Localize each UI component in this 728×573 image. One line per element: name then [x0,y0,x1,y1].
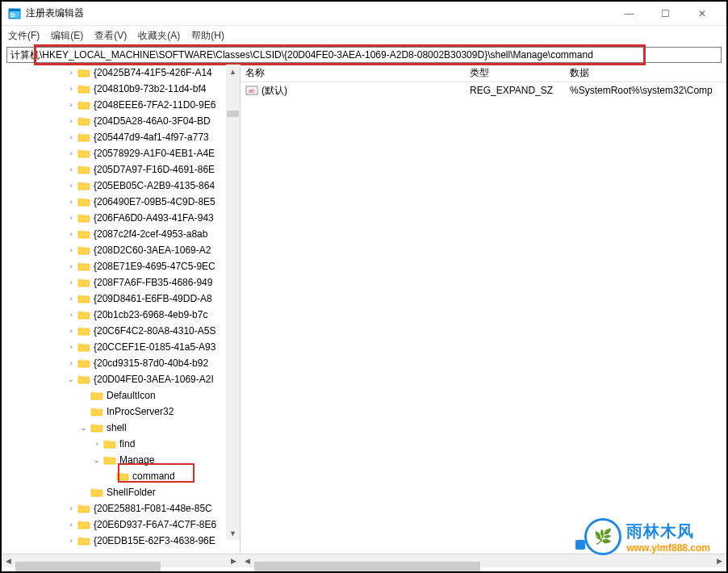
chevron-right-icon[interactable]: › [66,116,76,126]
tree-scrollbar-vertical[interactable]: ▲ ▼ [226,65,240,540]
tree-item[interactable]: ›{206490E7-09B5-4C9D-8E5 [2,194,240,210]
tree-item[interactable]: ›{204810b9-73b2-11d4-bf4 [2,81,240,97]
svg-rect-2 [10,13,14,14]
tree-item[interactable]: ›{20EDB15E-62F3-4638-96E [2,533,240,549]
tree-item-label: {20CCEF1E-0185-41a5-A93 [94,341,215,353]
chevron-down-icon[interactable]: ⌄ [66,374,76,384]
tree-item[interactable]: ›{208F7A6F-FB35-4686-949 [2,274,240,291]
chevron-right-icon[interactable]: › [66,261,76,271]
menu-view[interactable]: 查看(V) [94,29,127,43]
menu-favorites[interactable]: 收藏夹(A) [138,29,180,43]
close-button[interactable]: ✕ [684,2,720,26]
chevron-right-icon[interactable]: › [66,84,76,94]
tree-item[interactable]: ›{20CCEF1E-0185-41a5-A93 [2,339,240,355]
chevron-right-icon[interactable]: › [66,358,76,368]
tree-item[interactable]: ›{205447d9-4af1-4f97-a773 [2,129,240,145]
chevron-right-icon[interactable]: › [66,181,76,190]
chevron-right-icon[interactable]: › [66,68,76,77]
tree-item[interactable]: ›{208D2C60-3AEA-1069-A2 [2,242,240,258]
tree-item[interactable]: ⌄Manage [2,452,240,468]
tree-item[interactable]: ›{208E71E9-4695-47C5-9EC [2,258,240,274]
tree-scroll[interactable]: ›{20425B74-41F5-426F-A14›{204810b9-73b2-… [2,65,240,554]
chevron-right-icon[interactable]: › [66,326,76,336]
chevron-right-icon[interactable]: › [66,148,76,158]
tree-item[interactable]: ›{20578929-A1F0-4EB1-A4E [2,145,240,161]
tree-scrollbar-horizontal[interactable]: ◀ ▶ [2,554,241,567]
chevron-right-icon[interactable]: › [66,278,76,287]
tree-item[interactable]: ›{20E25881-F081-448e-85C [2,500,240,517]
tree-item[interactable]: ›{20C6F4C2-80A8-4310-A5S [2,323,240,339]
tree-item[interactable]: DefaultIcon [2,387,240,404]
chevron-right-icon[interactable]: › [66,294,76,303]
minimize-button[interactable]: — [611,2,647,26]
tree-item[interactable]: ›find [2,436,240,452]
scroll-track[interactable] [226,78,240,526]
tree-item-label: {20b1cb23-6968-4eb9-b7c [94,309,207,320]
tree-item[interactable]: ›{20b1cb23-6968-4eb9-b7c [2,307,240,323]
chevron-right-icon[interactable]: › [66,536,76,546]
scroll-thumb[interactable] [254,562,480,573]
tree-item[interactable]: ›{20E6D937-F6A7-4C7F-8E6 [2,517,240,533]
folder-icon [77,261,90,272]
chevron-right-icon[interactable]: › [66,213,76,223]
address-bar[interactable]: 计算机\HKEY_LOCAL_MACHINE\SOFTWARE\Classes\… [6,47,722,63]
list-row[interactable]: ab(默认)REG_EXPAND_SZ%SystemRoot%\system32… [241,82,726,98]
folder-icon [77,503,90,514]
tree-item[interactable]: ›{20425B74-41F5-426F-A14 [2,65,240,81]
watermark: 🌿 雨林木风 www.ylmf888.com [584,518,710,555]
chevron-right-icon[interactable]: › [66,132,76,142]
scroll-right-icon[interactable]: ▶ [227,554,241,568]
chevron-right-icon[interactable]: › [66,229,76,239]
tree-item[interactable]: ›{2048EEE6-7FA2-11D0-9E6 [2,97,240,113]
col-header-type[interactable]: 类型 [465,65,565,82]
col-header-name[interactable]: 名称 [241,65,465,82]
scroll-left-icon[interactable]: ◀ [241,554,254,568]
tree-item[interactable]: ›{205EB05C-A2B9-4135-864 [2,178,240,194]
chevron-right-icon[interactable]: › [66,165,76,174]
scroll-right-icon[interactable]: ▶ [713,554,726,568]
tree-item[interactable]: ›{209D8461-E6FB-49DD-A8 [2,291,240,307]
window-buttons: — ☐ ✕ [611,2,720,26]
tree-item[interactable]: ›{20cd9315-87d0-40b4-b92 [2,355,240,371]
chevron-right-icon[interactable]: › [66,504,76,513]
maximize-button[interactable]: ☐ [647,2,684,26]
list-body[interactable]: ab(默认)REG_EXPAND_SZ%SystemRoot%\system32… [241,82,726,554]
col-header-data[interactable]: 数据 [565,65,726,82]
tree-item[interactable]: ›{204D5A28-46A0-3F04-BD [2,113,240,129]
scroll-thumb[interactable] [227,111,239,117]
chevron-right-icon[interactable]: › [66,342,76,352]
tree-item[interactable]: ›{2087c2f4-2cef-4953-a8ab [2,226,240,242]
folder-icon [77,535,90,546]
chevron-right-icon[interactable]: › [66,245,76,255]
tree-item-label: {20C6F4C2-80A8-4310-A5S [94,325,215,337]
chevron-right-icon[interactable]: › [66,197,76,207]
list-scrollbar-horizontal[interactable]: ◀ ▶ [241,554,726,567]
chevron-right-icon[interactable]: › [66,520,76,529]
window-title: 注册表编辑器 [26,6,611,20]
tree-item-label: {20D04FE0-3AEA-1069-A2I [94,374,214,385]
tree-item[interactable]: InProcServer32 [2,404,240,420]
chevron-right-icon[interactable]: › [92,439,102,449]
menu-file[interactable]: 文件(F) [8,29,40,43]
list-header: 名称 类型 数据 [241,65,726,82]
menu-edit[interactable]: 编辑(E) [51,29,83,43]
tree-item-label: {208F7A6F-FB35-4686-949 [94,277,212,288]
scroll-down-icon[interactable]: ▼ [226,526,240,540]
chevron-right-icon[interactable]: › [66,310,76,320]
tree-item[interactable]: ⌄shell [2,420,240,436]
tree-item[interactable]: command [2,468,240,484]
scroll-up-icon[interactable]: ▲ [226,65,240,78]
tree-item[interactable]: ⌄{20D04FE0-3AEA-1069-A2I [2,371,240,387]
scroll-left-icon[interactable]: ◀ [2,554,15,568]
chevron-down-icon[interactable]: ⌄ [92,455,102,465]
tree-item-label: {20cd9315-87d0-40b4-b92 [94,358,208,369]
chevron-right-icon[interactable]: › [66,100,76,110]
tree-item[interactable]: ShellFolder [2,484,240,500]
tree-item[interactable]: ›{205D7A97-F16D-4691-86E [2,161,240,178]
chevron-down-icon[interactable]: ⌄ [79,423,89,433]
tree-item[interactable]: ›{206FA6D0-A493-41FA-943 [2,210,240,226]
folder-icon [90,406,103,417]
scroll-thumb[interactable] [15,562,161,573]
folder-icon [77,519,90,530]
menu-help[interactable]: 帮助(H) [191,29,224,43]
